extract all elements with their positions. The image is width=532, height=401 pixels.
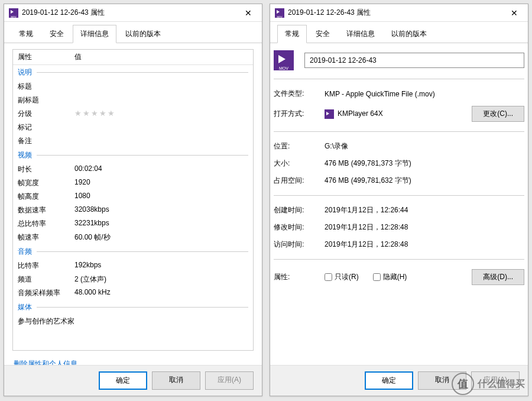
prop-label: 音频采样频率 (18, 288, 74, 298)
prop-label: 帧速率 (18, 232, 74, 242)
prop-row: 比特率192kbps (13, 259, 253, 273)
tab-security[interactable]: 安全 (308, 25, 338, 43)
prop-label: 比特率 (18, 261, 74, 271)
readonly-input[interactable] (325, 273, 332, 281)
openwith-app: KMPlayer 64X (338, 109, 383, 118)
prop-label: 标题 (18, 82, 74, 92)
prop-row: 帧宽度1920 (13, 176, 253, 190)
cancel-button[interactable]: 取消 (152, 371, 200, 390)
attributes-label: 属性: (274, 272, 325, 282)
rating-stars[interactable]: ★★★★★ (74, 109, 248, 119)
prop-value[interactable] (74, 95, 248, 105)
prop-value: 2 (立体声) (74, 274, 248, 284)
created-label: 创建时间: (274, 205, 325, 215)
tab-security[interactable]: 安全 (42, 25, 72, 43)
prop-row: 标记 (13, 121, 253, 134)
prop-value: 1920 (74, 178, 248, 188)
attributes-checkboxes: 只读(R) 隐藏(H) (325, 272, 472, 282)
prop-value: 1080 (74, 192, 248, 202)
prop-value[interactable] (74, 136, 248, 146)
prop-row: 标题 (13, 80, 253, 93)
cancel-button[interactable]: 取消 (418, 371, 466, 390)
accessed-label: 访问时间: (274, 240, 325, 250)
remove-properties-link[interactable]: 删除属性和个人信息 (14, 360, 77, 365)
file-type-icon (275, 8, 284, 18)
file-header (274, 48, 524, 79)
tab-general[interactable]: 常规 (277, 25, 307, 43)
tab-strip: 常规 安全 详细信息 以前的版本 (270, 22, 528, 43)
readonly-label: 只读(R) (335, 272, 359, 282)
header-value: 值 (74, 52, 82, 62)
prop-value: 32038kbps (74, 205, 248, 215)
prop-label: 总比特率 (18, 219, 74, 229)
prop-label: 参与创作的艺术家 (18, 316, 74, 326)
prop-label: 备注 (18, 136, 74, 146)
change-button[interactable]: 更改(C)... (472, 106, 524, 122)
prop-label: 分级 (18, 109, 74, 119)
prop-value: 60.00 帧/秒 (74, 232, 248, 242)
section-audio: 音频 (13, 244, 253, 259)
filetype-label: 文件类型: (274, 89, 325, 99)
tab-previous-versions[interactable]: 以前的版本 (384, 25, 434, 43)
section-media: 媒体 (13, 300, 253, 315)
prop-row: 数据速率32038kbps (13, 203, 253, 217)
location-section: 位置: G:\录像 大小: 476 MB (499,781,373 字节) 占用… (274, 132, 524, 196)
close-icon[interactable]: ✕ (239, 5, 257, 21)
hidden-label: 隐藏(H) (383, 272, 407, 282)
modified-value: 2019年1月12日，12:28:48 (325, 222, 524, 232)
location-value: G:\录像 (325, 141, 524, 151)
button-bar: 确定 取消 应用(A) (4, 365, 262, 396)
app-icon (325, 109, 334, 119)
tab-previous-versions[interactable]: 以前的版本 (118, 25, 168, 43)
prop-row: 音频采样频率48.000 kHz (13, 286, 253, 300)
prop-label: 数据速率 (18, 205, 74, 215)
close-icon[interactable]: ✕ (505, 5, 523, 21)
hidden-input[interactable] (373, 273, 381, 281)
tab-general[interactable]: 常规 (11, 25, 41, 43)
file-type-icon (9, 8, 18, 18)
titlebar[interactable]: 2019-01-12 12-26-43 属性 ✕ (270, 4, 528, 22)
accessed-value: 2019年1月12日，12:28:48 (325, 240, 524, 250)
location-label: 位置: (274, 141, 325, 151)
prop-value: 192kbps (74, 261, 248, 271)
hidden-checkbox[interactable]: 隐藏(H) (373, 272, 407, 282)
readonly-checkbox[interactable]: 只读(R) (325, 272, 359, 282)
properties-window-general: 2019-01-12 12-26-43 属性 ✕ 常规 安全 详细信息 以前的版… (270, 4, 528, 396)
apply-button[interactable]: 应用(A) (471, 371, 520, 390)
prop-label: 标记 (18, 122, 74, 132)
created-value: 2019年1月12日，12:26:44 (325, 205, 524, 215)
details-content: 属性 值 说明 标题 副标题 分级★★★★★ 标记 备注 视频 时长00:02:… (4, 43, 262, 365)
file-type-icon (274, 50, 294, 70)
prop-value[interactable] (74, 122, 248, 132)
tab-strip: 常规 安全 详细信息 以前的版本 (4, 22, 262, 43)
advanced-button[interactable]: 高级(D)... (472, 269, 524, 285)
prop-label: 帧高度 (18, 192, 74, 202)
button-bar: 确定 取消 应用(A) (270, 365, 528, 396)
openwith-value: KMPlayer 64X (325, 109, 472, 119)
prop-row: 备注 (13, 134, 253, 148)
prop-label: 时长 (18, 164, 74, 174)
section-description: 说明 (13, 65, 253, 80)
ok-button[interactable]: 确定 (99, 371, 147, 390)
titlebar[interactable]: 2019-01-12 12-26-43 属性 ✕ (4, 4, 262, 22)
link-row: 删除属性和个人信息 (12, 351, 254, 365)
prop-value[interactable] (74, 316, 248, 326)
prop-label: 帧宽度 (18, 178, 74, 188)
diskspace-value: 476 MB (499,781,632 字节) (325, 176, 524, 186)
window-title: 2019-01-12 12-26-43 属性 (288, 8, 505, 18)
prop-row: 分级★★★★★ (13, 107, 253, 121)
prop-label: 副标题 (18, 95, 74, 105)
filename-input[interactable] (304, 53, 524, 68)
prop-label: 频道 (18, 274, 74, 284)
prop-value: 48.000 kHz (74, 288, 248, 298)
type-section: 文件类型: KMP - Apple QuickTime File (.mov) … (274, 79, 524, 132)
apply-button[interactable]: 应用(A) (205, 371, 254, 390)
prop-value: 00:02:04 (74, 164, 248, 174)
prop-row: 频道2 (立体声) (13, 273, 253, 286)
filetype-value: KMP - Apple QuickTime File (.mov) (325, 90, 524, 98)
prop-value[interactable] (74, 82, 248, 92)
ok-button[interactable]: 确定 (365, 371, 413, 390)
details-list[interactable]: 属性 值 说明 标题 副标题 分级★★★★★ 标记 备注 视频 时长00:02:… (12, 49, 254, 351)
tab-details[interactable]: 详细信息 (73, 25, 116, 43)
tab-details[interactable]: 详细信息 (339, 25, 382, 43)
